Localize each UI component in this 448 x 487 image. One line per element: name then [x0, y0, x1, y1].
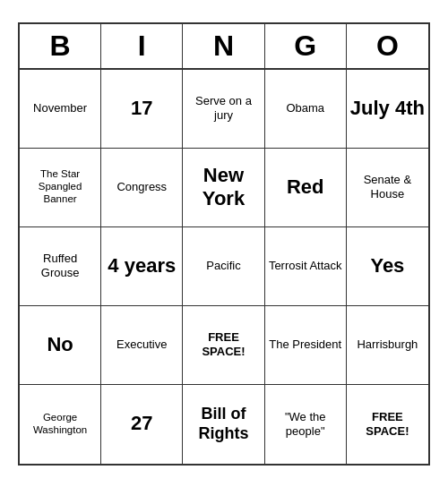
cell-text: Harrisburgh: [357, 337, 418, 352]
bingo-cell: Red: [265, 149, 347, 227]
cell-text: Yes: [370, 254, 404, 278]
bingo-cell: Obama: [265, 70, 347, 149]
cell-text: George Washington: [23, 412, 97, 437]
cell-text: Terrosit Attack: [269, 259, 342, 273]
cell-text: No: [47, 333, 73, 356]
header-letter: N: [183, 24, 264, 68]
cell-text: Senate & House: [350, 173, 425, 201]
cell-text: Red: [287, 175, 324, 199]
header-letter: B: [20, 24, 101, 68]
cell-text: "We the people": [269, 410, 342, 438]
header-letter: O: [347, 24, 428, 68]
cell-text: Serve on a jury: [186, 94, 260, 122]
bingo-cell: Bill of Rights: [183, 385, 264, 464]
header-letter: I: [101, 24, 183, 68]
bingo-cell: Yes: [347, 227, 428, 306]
cell-text: Bill of Rights: [186, 405, 260, 443]
bingo-cell: 4 years: [101, 227, 183, 306]
bingo-cell: "We the people": [265, 385, 347, 464]
cell-text: November: [33, 101, 87, 115]
bingo-cell: The Star Spangled Banner: [20, 149, 101, 227]
bingo-cell: George Washington: [20, 385, 101, 464]
bingo-cell: 27: [101, 385, 183, 464]
cell-text: New York: [186, 164, 260, 211]
bingo-card: BINGO November17Serve on a juryObamaJuly…: [18, 22, 430, 466]
bingo-cell: Terrosit Attack: [265, 227, 347, 306]
cell-text: 27: [131, 412, 152, 435]
cell-text: FREE SPACE!: [186, 330, 260, 358]
bingo-cell: July 4th: [347, 70, 428, 149]
bingo-cell: Congress: [101, 149, 183, 227]
bingo-cell: Harrisburgh: [347, 306, 428, 385]
bingo-cell: The President: [265, 306, 347, 385]
cell-text: Executive: [116, 337, 167, 352]
cell-text: FREE SPACE!: [350, 410, 425, 438]
cell-text: Ruffed Grouse: [23, 252, 97, 279]
bingo-cell: Senate & House: [347, 149, 428, 227]
bingo-cell: Pacific: [183, 227, 264, 306]
cell-text: Congress: [116, 180, 167, 194]
cell-text: The Star Spangled Banner: [23, 168, 97, 205]
cell-text: The President: [269, 337, 341, 352]
bingo-cell: Serve on a jury: [183, 70, 264, 149]
bingo-cell: No: [20, 306, 101, 385]
bingo-cell: FREE SPACE!: [183, 306, 264, 385]
bingo-cell: 17: [101, 70, 183, 149]
bingo-cell: Executive: [101, 306, 183, 385]
bingo-cell: November: [20, 70, 101, 149]
bingo-cell: New York: [183, 149, 264, 227]
cell-text: Pacific: [206, 259, 240, 273]
cell-text: July 4th: [350, 97, 425, 120]
bingo-grid: November17Serve on a juryObamaJuly 4thTh…: [20, 70, 428, 464]
header-letter: G: [265, 24, 347, 68]
cell-text: 17: [131, 97, 152, 120]
cell-text: 4 years: [108, 254, 176, 278]
cell-text: Obama: [286, 101, 324, 115]
bingo-cell: FREE SPACE!: [347, 385, 428, 464]
bingo-cell: Ruffed Grouse: [20, 227, 101, 306]
bingo-header: BINGO: [20, 24, 428, 70]
